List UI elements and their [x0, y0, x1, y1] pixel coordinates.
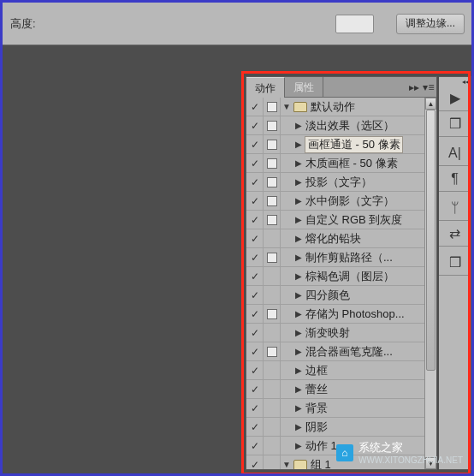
action-item[interactable]: ✓▶四分颜色	[246, 286, 436, 305]
toggle-checkbox[interactable]: ✓	[246, 324, 264, 342]
toggle-checkbox[interactable]: ✓	[246, 418, 264, 436]
twisty-right-icon[interactable]: ▶	[293, 158, 305, 168]
dialog-toggle[interactable]	[264, 229, 281, 247]
toggle-checkbox[interactable]: ✓	[246, 135, 264, 153]
collapse-icon[interactable]: ▸▸	[407, 77, 421, 97]
action-item[interactable]: ✓▶投影（文字）	[246, 173, 436, 192]
twisty-right-icon[interactable]: ▶	[293, 441, 305, 450]
dialog-toggle[interactable]	[264, 342, 281, 360]
twisty-right-icon[interactable]: ▶	[293, 366, 305, 375]
dialog-toggle[interactable]	[264, 286, 281, 304]
dialog-toggle[interactable]	[264, 455, 281, 469]
dialog-toggle[interactable]	[264, 305, 281, 323]
dialog-toggle[interactable]	[264, 267, 281, 285]
action-set-group1[interactable]: ✓▼组 1	[246, 455, 436, 469]
dialog-toggle[interactable]	[264, 192, 281, 210]
adjust-icon[interactable]: ⇄	[439, 221, 471, 247]
dialog-toggle[interactable]	[264, 380, 281, 398]
toggle-checkbox[interactable]: ✓	[246, 248, 264, 266]
toggle-checkbox[interactable]: ✓	[246, 305, 264, 323]
twisty-right-icon[interactable]: ▶	[293, 422, 305, 431]
toggle-checkbox[interactable]: ✓	[246, 98, 264, 116]
twisty-right-icon[interactable]: ▶	[293, 309, 305, 318]
dialog-toggle[interactable]	[264, 211, 281, 229]
action-item[interactable]: ✓▶边框	[246, 361, 436, 380]
action-item[interactable]: ✓▶制作剪贴路径（...	[246, 248, 436, 267]
twisty-down-icon[interactable]: ▼	[281, 102, 293, 111]
action-item[interactable]: ✓▶动作 1	[246, 437, 436, 455]
action-set-default[interactable]: ✓▼默认动作	[246, 98, 436, 116]
dialog-toggle[interactable]	[264, 173, 281, 191]
toggle-checkbox[interactable]: ✓	[246, 192, 264, 210]
height-input[interactable]	[335, 15, 374, 33]
play-icon[interactable]: ▶	[439, 86, 471, 111]
toggle-checkbox[interactable]: ✓	[246, 437, 264, 455]
paragraph-icon[interactable]: ¶	[439, 166, 471, 192]
action-item[interactable]: ✓▶背景	[246, 399, 436, 418]
action-item[interactable]: ✓▶木质画框 - 50 像素	[246, 154, 436, 173]
toggle-checkbox[interactable]: ✓	[246, 380, 264, 398]
toggle-checkbox[interactable]: ✓	[246, 399, 264, 417]
character-icon[interactable]: A|	[439, 140, 471, 166]
panel-menu-icon[interactable]: ▾≡	[421, 77, 436, 97]
dialog-toggle[interactable]	[264, 361, 281, 379]
refine-edge-button[interactable]: 调整边缘...	[396, 14, 465, 34]
toggle-checkbox[interactable]: ✓	[246, 229, 264, 247]
dialog-toggle[interactable]	[264, 437, 281, 455]
dialog-toggle[interactable]	[264, 324, 281, 342]
twisty-right-icon[interactable]: ▶	[293, 215, 305, 224]
toggle-checkbox[interactable]: ✓	[246, 455, 264, 469]
action-item[interactable]: ✓▶自定义 RGB 到灰度	[246, 211, 436, 229]
tab-properties[interactable]: 属性	[285, 77, 323, 97]
toggle-checkbox[interactable]: ✓	[246, 116, 264, 134]
twisty-right-icon[interactable]: ▶	[293, 234, 305, 243]
scroll-up-icon[interactable]: ▲	[425, 98, 436, 110]
toggle-checkbox[interactable]: ✓	[246, 173, 264, 191]
scrollbar[interactable]: ▲ ▼	[424, 98, 436, 469]
toggle-checkbox[interactable]: ✓	[246, 342, 264, 360]
cube2-icon[interactable]: ❒	[439, 250, 471, 276]
toggle-checkbox[interactable]: ✓	[246, 286, 264, 304]
tab-actions[interactable]: 动作	[246, 77, 285, 98]
action-item[interactable]: ✓▶棕褐色调（图层）	[246, 267, 436, 286]
scroll-thumb[interactable]	[426, 110, 435, 371]
dialog-toggle[interactable]	[264, 154, 281, 172]
strip-collapse-icon[interactable]: ◂◂	[439, 77, 471, 86]
action-item[interactable]: ✓▶淡出效果（选区）	[246, 116, 436, 135]
twisty-right-icon[interactable]: ▶	[293, 290, 305, 300]
action-item[interactable]: ✓▶存储为 Photoshop...	[246, 305, 436, 324]
twisty-right-icon[interactable]: ▶	[293, 253, 305, 262]
dialog-toggle[interactable]	[264, 248, 281, 266]
dialog-toggle[interactable]	[264, 399, 281, 417]
brushes-icon[interactable]: ᛘ	[439, 195, 471, 221]
twisty-down-icon[interactable]: ▼	[281, 460, 293, 469]
dialog-toggle[interactable]	[264, 98, 281, 116]
dialog-toggle[interactable]	[264, 135, 281, 153]
toggle-checkbox[interactable]: ✓	[246, 361, 264, 379]
twisty-right-icon[interactable]: ▶	[293, 121, 305, 130]
dialog-toggle[interactable]	[264, 418, 281, 436]
twisty-right-icon[interactable]: ▶	[293, 384, 305, 394]
scroll-track[interactable]	[425, 110, 436, 457]
toggle-checkbox[interactable]: ✓	[246, 211, 264, 229]
action-item[interactable]: ✓▶渐变映射	[246, 324, 436, 342]
twisty-right-icon[interactable]: ▶	[293, 347, 305, 356]
twisty-right-icon[interactable]: ▶	[293, 271, 305, 281]
toggle-checkbox[interactable]: ✓	[246, 154, 264, 172]
twisty-right-icon[interactable]: ▶	[293, 196, 305, 205]
action-item[interactable]: ✓▶水中倒影（文字）	[246, 192, 436, 211]
twisty-right-icon[interactable]: ▶	[293, 328, 305, 337]
twisty-right-icon[interactable]: ▶	[293, 177, 305, 187]
action-item[interactable]: ✓▶混合器画笔克隆...	[246, 342, 436, 361]
twisty-right-icon[interactable]: ▶	[293, 140, 305, 149]
cube-icon[interactable]: ❒	[439, 111, 471, 137]
scroll-down-icon[interactable]: ▼	[425, 457, 436, 469]
dialog-toggle[interactable]	[264, 116, 281, 134]
toggle-checkbox[interactable]: ✓	[246, 267, 264, 285]
action-item[interactable]: ✓▶蕾丝	[246, 380, 436, 399]
action-item[interactable]: ✓▶画框通道 - 50 像素	[246, 135, 436, 154]
action-item[interactable]: ✓▶熔化的铅块	[246, 229, 436, 248]
check-icon: ✓	[251, 158, 259, 169]
action-item[interactable]: ✓▶阴影	[246, 418, 436, 437]
twisty-right-icon[interactable]: ▶	[293, 403, 305, 413]
